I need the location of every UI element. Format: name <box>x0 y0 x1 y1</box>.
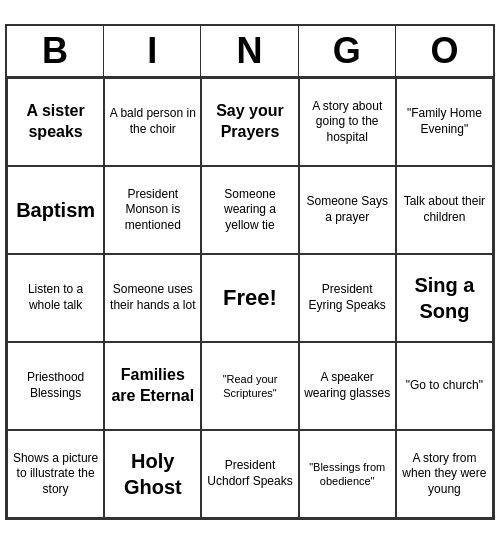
bingo-cell-7[interactable]: Someone wearing a yellow tie <box>201 166 298 254</box>
bingo-cell-19[interactable]: "Go to church" <box>396 342 493 430</box>
bingo-cell-3[interactable]: A story about going to the hospital <box>299 78 396 166</box>
bingo-card: BINGO A sister speaksA bald person in th… <box>5 24 495 520</box>
bingo-cell-23[interactable]: "Blessings from obedience" <box>299 430 396 518</box>
bingo-cell-10[interactable]: Listen to a whole talk <box>7 254 104 342</box>
header-letter-o: O <box>396 26 493 76</box>
bingo-cell-0[interactable]: A sister speaks <box>7 78 104 166</box>
bingo-cell-15[interactable]: Priesthood Blessings <box>7 342 104 430</box>
bingo-cell-12[interactable]: Free! <box>201 254 298 342</box>
bingo-cell-2[interactable]: Say your Prayers <box>201 78 298 166</box>
bingo-cell-22[interactable]: President Uchdorf Speaks <box>201 430 298 518</box>
bingo-cell-5[interactable]: Baptism <box>7 166 104 254</box>
bingo-grid: A sister speaksA bald person in the choi… <box>7 78 493 518</box>
bingo-cell-17[interactable]: "Read your Scriptures" <box>201 342 298 430</box>
bingo-cell-24[interactable]: A story from when they were young <box>396 430 493 518</box>
bingo-cell-9[interactable]: Talk about their children <box>396 166 493 254</box>
bingo-cell-21[interactable]: Holy Ghost <box>104 430 201 518</box>
bingo-cell-14[interactable]: Sing a Song <box>396 254 493 342</box>
header-letter-g: G <box>299 26 396 76</box>
bingo-cell-1[interactable]: A bald person in the choir <box>104 78 201 166</box>
bingo-cell-18[interactable]: A speaker wearing glasses <box>299 342 396 430</box>
bingo-cell-8[interactable]: Someone Says a prayer <box>299 166 396 254</box>
header-letter-n: N <box>201 26 298 76</box>
bingo-cell-13[interactable]: President Eyring Speaks <box>299 254 396 342</box>
header-letter-i: I <box>104 26 201 76</box>
bingo-cell-20[interactable]: Shows a picture to illustrate the story <box>7 430 104 518</box>
bingo-header: BINGO <box>7 26 493 78</box>
bingo-cell-11[interactable]: Someone uses their hands a lot <box>104 254 201 342</box>
bingo-cell-4[interactable]: "Family Home Evening" <box>396 78 493 166</box>
bingo-cell-6[interactable]: President Monson is mentioned <box>104 166 201 254</box>
header-letter-b: B <box>7 26 104 76</box>
bingo-cell-16[interactable]: Families are Eternal <box>104 342 201 430</box>
